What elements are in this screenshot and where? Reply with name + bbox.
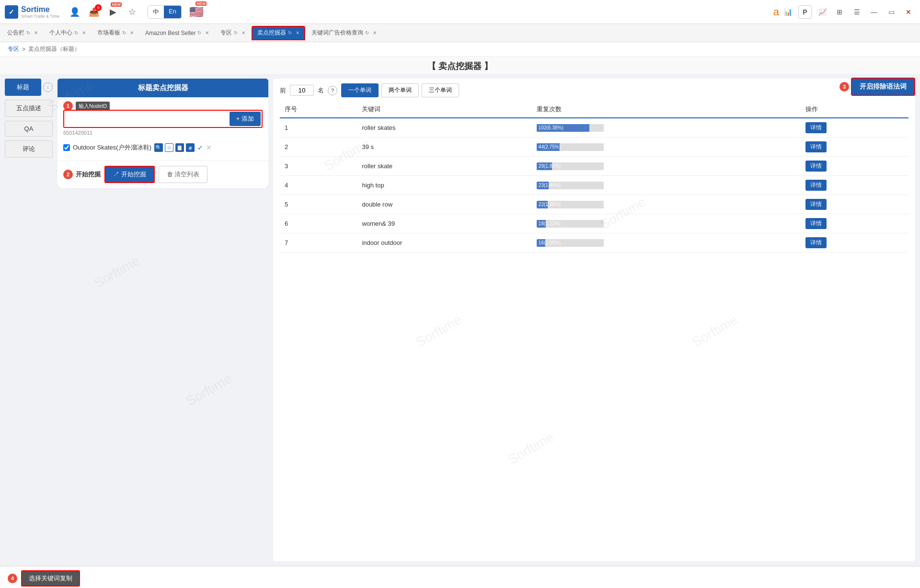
flag-btn[interactable]: 🇺🇸 NEW [189,5,204,19]
node-id-display: 6501420011 [63,130,263,136]
sidebar-btn-title[interactable]: 标题 [5,79,41,96]
kw-keyword: indoor outdoor [357,233,531,253]
upload-icon[interactable]: 📤 0 [88,6,100,18]
tab-close-icon[interactable]: ✕ [205,30,209,35]
sidebar-btn-five-points[interactable]: 五点描述 [5,100,53,117]
detail-btn[interactable]: 详情 [805,141,827,152]
item-checkbox[interactable] [63,144,70,151]
detail-btn[interactable]: 详情 [805,218,827,229]
kw-keyword: high top [357,176,531,195]
sidebar-btn-reviews[interactable]: 评论 [5,140,53,158]
sidebar-btn-qa[interactable]: QA [5,121,53,137]
tab-bestseller[interactable]: Amazon Best Seller ↻ ✕ [140,26,214,40]
tab-keyword-ad[interactable]: 关键词广告价格查询 ↻ ✕ [306,26,382,40]
filter-tab-three-words[interactable]: 三个单词 [422,83,459,97]
kw-keyword: double row [357,195,531,214]
kw-table-row: 1 roller skates 102(6.38%) 详情 [280,118,908,138]
check-item-icon[interactable]: ✓ [197,144,203,151]
tab-close-icon[interactable]: ✕ [296,30,299,35]
kw-count: 22(1.38%) [532,195,801,214]
input-label: 输入NodeID [76,102,110,111]
kw-count: 29(1.81%) [532,157,801,176]
tab-close-icon[interactable]: ✕ [34,30,38,35]
miner-actions: 2 开始挖掘 ↗ 开始挖掘 🗑 清空列表 [58,161,268,188]
refresh-icon: ↻ [234,30,238,35]
tab-personal[interactable]: 个人中心 ↻ ✕ [44,26,91,40]
item-label: Outdoor Skates(户外溜冰鞋) [73,143,151,152]
kw-no: 6 [280,214,357,233]
close-item-icon[interactable]: ✕ [206,144,212,151]
restore-icon[interactable]: ▭ [885,5,898,19]
kw-keyword: roller skates [357,118,531,138]
detail-btn[interactable]: 详情 [805,122,827,133]
main-content: 标题 i 五点描述 QA 评论 标题卖点挖掘器 1 输入NodeID [0,74,920,566]
play-new-badge: NEW [111,2,122,7]
miner-box: 标题卖点挖掘器 1 输入NodeID + 添加 6501420011 [58,79,268,188]
breadcrumb-item[interactable]: 专区 [8,45,19,53]
copy-item-icon[interactable]: 📋 [175,143,184,152]
play-icon[interactable]: ▶ NEW [107,6,119,18]
kw-action: 详情 [801,157,908,176]
breadcrumb: 专区 > 卖点挖掘器（标题） [0,42,920,57]
tab-special[interactable]: 专区 ↻ ✕ [215,26,251,40]
detail-btn[interactable]: 详情 [805,161,827,172]
lang-en[interactable]: En [164,6,181,18]
filter-tab-one-word[interactable]: 一个单词 [341,83,379,97]
tab-bulletin[interactable]: 公告栏 ↻ ✕ [2,26,43,40]
kw-table-row: 3 roller skate 29(1.81%) 详情 [280,157,908,176]
help-icon[interactable]: ? [328,86,337,95]
annotation-2: 2 [63,170,73,179]
logo-text: Sortime Smart Trade & Time [21,5,59,19]
activity-icon[interactable]: 📈 [816,5,829,19]
kw-count: 102(6.38%) [532,118,801,138]
tab-market[interactable]: 市场看板 ↻ ✕ [92,26,139,40]
refresh-icon: ↻ [74,30,78,35]
filter-tabs: 一个单词 两个单词 三个单词 [341,83,459,97]
minimize-icon[interactable]: — [867,5,881,19]
amazon-item-icon[interactable]: a [186,143,195,152]
kw-keyword: 39 s [357,138,531,157]
keyword-copy-btn[interactable]: 选择关键词复制 [21,570,80,587]
search-item-icon[interactable]: 🔍 [154,143,163,152]
enable-filter-btn[interactable]: 开启排除语法词 [851,78,915,96]
refresh-icon: ↻ [122,30,126,35]
keywords-table-wrapper: 序号 关键词 重复次数 操作 1 roller skates 102(6.38%… [280,101,908,556]
lang-switcher: 中 En [148,5,182,19]
window-controls: 📊 P 📈 ⊞ ☰ — ▭ ✕ [781,5,915,19]
detail-btn[interactable]: 详情 [805,180,827,191]
grid-icon[interactable]: ⊞ [833,5,846,19]
close-icon[interactable]: ✕ [902,5,915,19]
kw-no: 1 [280,118,357,138]
tab-miner[interactable]: 卖点挖掘器 ↻ ✕ [252,26,305,40]
info-icon[interactable]: i [43,82,53,92]
breadcrumb-current: 卖点挖掘器（标题） [28,45,80,53]
kw-action: 详情 [801,138,908,157]
star-item-icon[interactable]: ☆ [165,143,173,152]
tab-close-icon[interactable]: ✕ [373,30,377,35]
detail-btn[interactable]: 详情 [805,237,827,248]
detail-btn[interactable]: 详情 [805,199,827,210]
col-count: 重复次数 [532,101,801,118]
user-icon[interactable]: 👤 [69,6,80,18]
clear-btn[interactable]: 🗑 清空列表 [159,166,208,183]
stats-icon[interactable]: 📊 [781,5,794,19]
tab-close-icon[interactable]: ✕ [242,30,245,35]
filter-tab-two-words[interactable]: 两个单词 [381,83,419,97]
kw-keyword: roller skate [357,157,531,176]
kw-count: 18(1.13%) [532,214,801,233]
right-header: 前 名 ? 一个单词 两个单词 三个单词 ⬇ [280,83,908,97]
parking-icon[interactable]: P [798,5,812,19]
add-btn[interactable]: + 添加 [230,112,261,126]
start-dig-btn[interactable]: ↗ 开始挖掘 [104,166,155,183]
tab-close-icon[interactable]: ✕ [82,30,86,35]
upload-badge: 0 [95,4,102,11]
lang-zh[interactable]: 中 [148,6,164,18]
tab-close-icon[interactable]: ✕ [130,30,134,35]
left-sidebar: 标题 i 五点描述 QA 评论 [5,79,53,561]
list-icon[interactable]: ☰ [850,5,863,19]
node-id-input[interactable] [65,112,226,126]
top-count-input[interactable] [290,85,314,96]
flag-new-badge: NEW [196,1,207,6]
kw-table-row: 7 indoor outdoor 16(1.00%) 详情 [280,233,908,253]
star-icon[interactable]: ☆ [126,6,138,18]
